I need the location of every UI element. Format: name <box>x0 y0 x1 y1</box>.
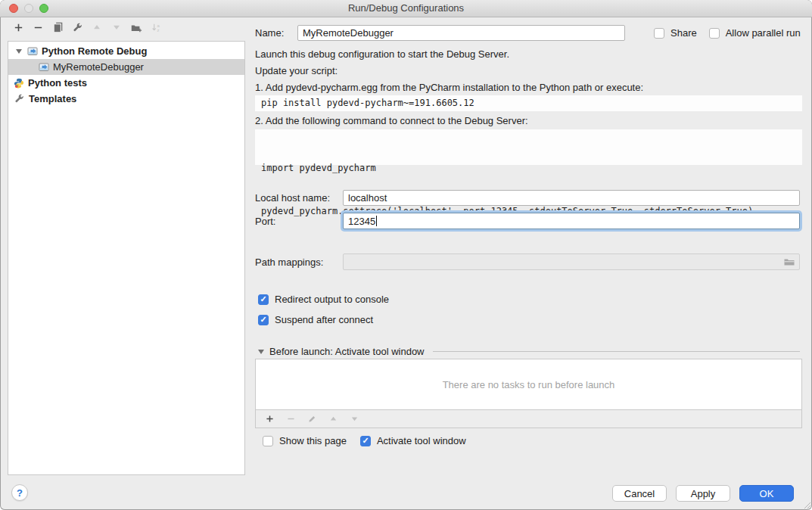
share-label: Share <box>670 27 697 39</box>
suspend-after-connect-checkbox[interactable] <box>258 315 269 325</box>
tree-item-myremotedebugger[interactable]: MyRemoteDebugger <box>8 59 244 75</box>
python-tests-icon <box>14 78 24 89</box>
help-button[interactable]: ? <box>11 484 28 501</box>
titlebar: Run/Debug Configurations <box>0 0 812 17</box>
resize-grip[interactable] <box>802 500 811 509</box>
activate-tool-window-label: Activate tool window <box>377 435 466 446</box>
name-label: Name: <box>255 27 297 39</box>
tree-item-label: Templates <box>29 93 76 104</box>
add-task-button[interactable] <box>263 413 275 425</box>
minus-icon <box>33 22 44 33</box>
header-divider <box>433 351 800 352</box>
tree-item-label: MyRemoteDebugger <box>53 61 144 73</box>
redirect-output-label: Redirect output to console <box>275 294 389 305</box>
edit-defaults-button[interactable] <box>71 21 83 33</box>
run-config-icon <box>39 62 49 72</box>
move-task-down-button[interactable] <box>348 413 360 425</box>
update-script-text: Update your script: <box>255 65 338 76</box>
plus-icon <box>13 22 24 33</box>
path-mappings-row: Path mappings: <box>255 253 802 270</box>
remove-task-button[interactable] <box>285 413 297 425</box>
code-import-line: import pydevd_pycharm <box>261 161 802 176</box>
tree-item-label: Python Remote Debug <box>42 45 147 57</box>
chevron-down-icon[interactable] <box>16 49 22 54</box>
arrow-up-icon <box>92 22 102 33</box>
activate-tool-window-checkbox[interactable] <box>360 436 371 446</box>
intro-text: Launch this debug configuration to start… <box>255 48 509 60</box>
allow-parallel-run-label: Allow parallel run <box>726 27 801 39</box>
remove-configuration-button[interactable] <box>32 21 44 33</box>
show-this-page-label: Show this page <box>279 435 347 446</box>
port-input[interactable]: 12345 <box>343 213 800 229</box>
share-checkbox[interactable] <box>654 28 664 39</box>
create-folder-button[interactable] <box>130 21 142 33</box>
add-configuration-button[interactable] <box>12 21 24 33</box>
window-title: Run/Debug Configurations <box>0 0 812 17</box>
configurations-tree: Python Remote Debug MyRemoteDebugger Pyt… <box>8 41 245 475</box>
tree-item-python-tests[interactable]: Python tests <box>8 75 244 91</box>
suspend-after-connect-label: Suspend after connect <box>275 314 373 325</box>
folder-add-icon <box>130 22 142 33</box>
copy-icon <box>52 22 64 33</box>
arrow-down-icon <box>111 22 122 33</box>
svg-text:z: z <box>157 27 159 33</box>
step1-text: 1. Add pydevd-pycharm.egg from the PyCha… <box>255 82 643 93</box>
copy-configuration-button[interactable] <box>51 21 64 33</box>
local-host-row: Local host name: <box>255 190 802 206</box>
collapse-triangle-icon[interactable] <box>258 350 264 354</box>
redirect-output-checkbox[interactable] <box>258 294 269 305</box>
before-launch-tasks-panel: There are no tasks to run before launch <box>255 359 802 428</box>
tree-item-templates[interactable]: Templates <box>8 91 244 107</box>
name-row: Name: Share Allow parallel run <box>255 25 802 41</box>
no-tasks-message: There are no tasks to run before launch <box>256 359 801 409</box>
text-caret <box>376 216 377 226</box>
move-down-button[interactable] <box>110 21 123 33</box>
name-input[interactable] <box>297 25 625 41</box>
run-debug-configurations-dialog: Run/Debug Configurations az <box>0 0 812 510</box>
arrow-down-icon <box>350 414 359 424</box>
tree-item-label: Python tests <box>28 77 87 89</box>
port-value: 12345 <box>348 216 375 227</box>
dialog-buttons: Cancel Apply OK <box>612 485 794 502</box>
configurations-toolbar: az <box>12 21 162 33</box>
tree-item-python-remote-debug[interactable]: Python Remote Debug <box>8 43 244 59</box>
port-row: Port: 12345 <box>255 213 802 229</box>
run-config-icon <box>27 46 38 56</box>
arrow-up-icon <box>328 414 338 424</box>
path-mappings-label: Path mappings: <box>255 257 343 268</box>
sort-az-icon: az <box>151 22 162 33</box>
port-label: Port: <box>255 216 343 227</box>
path-mappings-input[interactable] <box>343 253 800 270</box>
wrench-icon <box>72 22 83 33</box>
local-host-input[interactable] <box>343 190 800 206</box>
tasks-toolbar <box>256 409 801 428</box>
sort-configurations-button[interactable]: az <box>150 21 162 33</box>
before-launch-label: Before launch: Activate tool window <box>269 346 425 357</box>
before-launch-header[interactable]: Before launch: Activate tool window <box>258 346 800 357</box>
settrace-code-block: import pydevd_pycharm pydevd_pycharm.set… <box>255 129 802 165</box>
page-options-row: Show this page Activate tool window <box>263 435 466 446</box>
apply-button[interactable]: Apply <box>676 485 730 502</box>
folder-icon[interactable] <box>783 257 795 267</box>
step2-text: 2. Add the following command to connect … <box>255 115 528 126</box>
minus-icon <box>286 414 296 424</box>
question-mark-icon: ? <box>17 487 23 499</box>
ok-button[interactable]: OK <box>739 485 794 502</box>
suspend-after-connect-row: Suspend after connect <box>258 314 373 325</box>
pencil-icon <box>307 414 317 424</box>
pip-install-code: pip install pydevd-pycharm~=191.6605.12 <box>255 95 802 111</box>
allow-parallel-run-checkbox[interactable] <box>709 28 720 39</box>
move-task-up-button[interactable] <box>327 413 339 425</box>
show-this-page-checkbox[interactable] <box>263 436 273 446</box>
plus-icon <box>265 414 275 424</box>
templates-wrench-icon <box>14 93 25 104</box>
move-up-button[interactable] <box>91 21 103 33</box>
dialog-content: az Python Remote Debug MyRemoteDebugger <box>0 17 812 510</box>
edit-task-button[interactable] <box>306 413 318 425</box>
redirect-output-row: Redirect output to console <box>258 294 389 305</box>
local-host-label: Local host name: <box>255 192 343 204</box>
cancel-button[interactable]: Cancel <box>612 485 667 502</box>
